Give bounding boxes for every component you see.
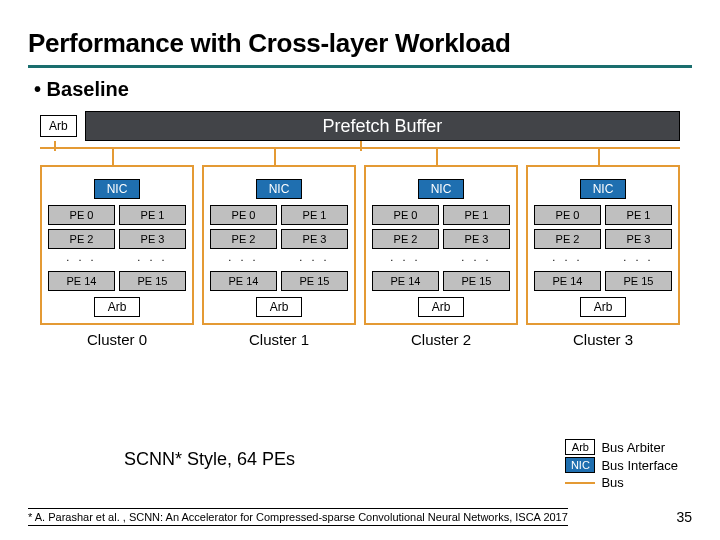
ellipsis: . . . [210,253,277,267]
pe: PE 2 [534,229,601,249]
pe: PE 14 [534,271,601,291]
arbiter-bottom: Arb [418,297,464,317]
pe-grid: PE 0 PE 1 PE 2 PE 3 . . . . . . PE 14 PE… [210,205,348,291]
bullet-baseline: Baseline [34,78,692,101]
arbiter-top: Arb [40,115,77,137]
pe: PE 0 [210,205,277,225]
pe: PE 1 [443,205,510,225]
caption-scnn: SCNN* Style, 64 PEs [124,449,295,470]
pe: PE 3 [119,229,186,249]
cluster-row: NIC PE 0 PE 1 PE 2 PE 3 . . . . . . PE 1… [40,165,680,348]
pe-grid: PE 0 PE 1 PE 2 PE 3 . . . . . . PE 14 PE… [48,205,186,291]
pe: PE 14 [210,271,277,291]
nic-box: NIC [418,179,464,199]
nic-box: NIC [580,179,626,199]
bus-drop [598,147,600,165]
pe: PE 2 [210,229,277,249]
bus-drop [112,147,114,165]
pe: PE 15 [605,271,672,291]
cluster-box: NIC PE 0 PE 1 PE 2 PE 3 . . . . . . PE 1… [364,165,518,325]
ellipsis: . . . [605,253,672,267]
legend-arb-box: Arb [565,439,595,455]
pe: PE 1 [281,205,348,225]
legend-bus-label: Bus [601,475,678,490]
pe: PE 0 [372,205,439,225]
nic-box: NIC [256,179,302,199]
main-bus [40,147,680,149]
legend-bus-line [565,482,595,484]
pe: PE 15 [443,271,510,291]
pe: PE 2 [48,229,115,249]
legend: Arb Bus Arbiter NIC Bus Interface Bus [565,439,678,490]
top-row: Arb Prefetch Buffer [40,111,680,141]
pe-grid: PE 0 PE 1 PE 2 PE 3 . . . . . . PE 14 PE… [372,205,510,291]
ellipsis: . . . [372,253,439,267]
ellipsis: . . . [119,253,186,267]
legend-nic-label: Bus Interface [601,458,678,473]
page-number: 35 [676,509,692,525]
pe: PE 14 [372,271,439,291]
cluster-box: NIC PE 0 PE 1 PE 2 PE 3 . . . . . . PE 1… [202,165,356,325]
cluster-2: NIC PE 0 PE 1 PE 2 PE 3 . . . . . . PE 1… [364,165,518,348]
cluster-label: Cluster 1 [249,331,309,348]
footnote: * A. Parashar et al. , SCNN: An Accelera… [28,508,568,526]
pe: PE 2 [372,229,439,249]
ellipsis: . . . [281,253,348,267]
prefetch-buffer: Prefetch Buffer [85,111,680,141]
bus-connector [360,141,362,151]
ellipsis: . . . [48,253,115,267]
ellipsis: . . . [534,253,601,267]
bus-drop [436,147,438,165]
cluster-3: NIC PE 0 PE 1 PE 2 PE 3 . . . . . . PE 1… [526,165,680,348]
footer: * A. Parashar et al. , SCNN: An Accelera… [0,508,720,526]
pe: PE 0 [48,205,115,225]
legend-arb-label: Bus Arbiter [601,440,678,455]
arbiter-bottom: Arb [580,297,626,317]
slide: Performance with Cross-layer Workload Ba… [0,0,720,540]
architecture-diagram: Arb Prefetch Buffer NIC PE 0 PE 1 PE 2 [40,111,680,348]
bus-connector [54,141,56,151]
pe: PE 1 [119,205,186,225]
pe-grid: PE 0 PE 1 PE 2 PE 3 . . . . . . PE 14 PE… [534,205,672,291]
cluster-box: NIC PE 0 PE 1 PE 2 PE 3 . . . . . . PE 1… [40,165,194,325]
pe: PE 3 [605,229,672,249]
pe: PE 3 [443,229,510,249]
slide-title: Performance with Cross-layer Workload [28,28,692,59]
bus-drop [274,147,276,165]
cluster-0: NIC PE 0 PE 1 PE 2 PE 3 . . . . . . PE 1… [40,165,194,348]
cluster-label: Cluster 0 [87,331,147,348]
arbiter-bottom: Arb [94,297,140,317]
legend-nic-box: NIC [565,457,595,473]
cluster-label: Cluster 2 [411,331,471,348]
pe: PE 3 [281,229,348,249]
title-rule [28,65,692,68]
ellipsis: . . . [443,253,510,267]
pe: PE 15 [281,271,348,291]
cluster-box: NIC PE 0 PE 1 PE 2 PE 3 . . . . . . PE 1… [526,165,680,325]
pe: PE 14 [48,271,115,291]
cluster-label: Cluster 3 [573,331,633,348]
pe: PE 15 [119,271,186,291]
arbiter-bottom: Arb [256,297,302,317]
pe: PE 1 [605,205,672,225]
pe: PE 0 [534,205,601,225]
cluster-1: NIC PE 0 PE 1 PE 2 PE 3 . . . . . . PE 1… [202,165,356,348]
nic-box: NIC [94,179,140,199]
